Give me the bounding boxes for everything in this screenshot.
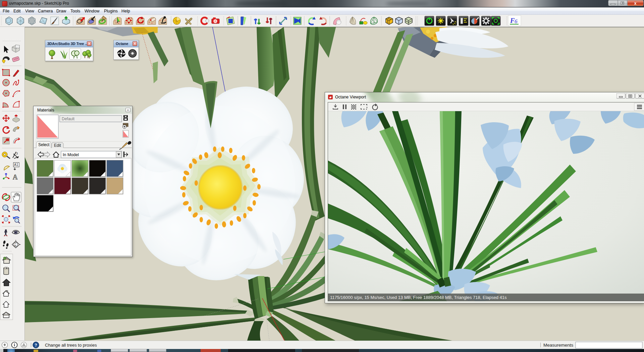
svg-text:Default: Default [62,117,75,121]
svg-text:In Model: In Model [63,152,79,157]
svg-text:46: 46 [14,245,16,247]
svg-text:A: A [13,173,18,181]
svg-text:A1: A1 [14,163,18,167]
svg-text:x: x [634,1,637,6]
svg-text:Measurements: Measurements [543,343,574,348]
svg-text:Edit: Edit [54,143,61,148]
svg-text:Change all trees to proxies: Change all trees to proxies [45,343,97,348]
svg-text:6: 6 [515,18,518,25]
svg-text:F: F [510,17,515,24]
svg-text:3: 3 [16,152,18,155]
svg-text:Select: Select [38,142,50,147]
svg-text:?: ? [35,343,37,348]
